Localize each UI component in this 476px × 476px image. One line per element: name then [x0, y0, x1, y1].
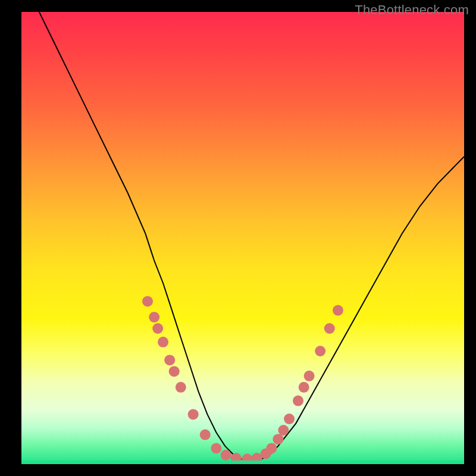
- curve-marker: [152, 323, 163, 334]
- curve-marker: [164, 355, 175, 365]
- curve-marker: [333, 305, 343, 316]
- curve-marker: [299, 382, 309, 393]
- curve-marker: [284, 414, 295, 424]
- curve-marker: [200, 430, 211, 440]
- curve-marker: [176, 382, 186, 393]
- chart-frame: TheBottleneck.com: [0, 0, 476, 476]
- watermark-text: TheBottleneck.com: [355, 2, 469, 18]
- curve-marker: [149, 312, 159, 322]
- curve-marker: [142, 296, 153, 306]
- curve-marker: [304, 371, 315, 381]
- curve-marker: [293, 396, 303, 406]
- curve-marker: [273, 434, 284, 444]
- curve-marker: [221, 450, 231, 461]
- curve-marker: [315, 346, 325, 356]
- curve-marker: [324, 323, 335, 334]
- curve-marker: [158, 337, 168, 347]
- curve-marker: [266, 443, 277, 453]
- bottleneck-curve: [39, 12, 464, 459]
- chart-plot-area: [21, 12, 464, 464]
- curve-markers: [142, 296, 343, 464]
- chart-svg: [21, 12, 464, 464]
- curve-marker: [188, 409, 199, 419]
- curve-marker: [169, 366, 180, 377]
- curve-marker: [211, 443, 221, 453]
- curve-marker: [278, 425, 289, 436]
